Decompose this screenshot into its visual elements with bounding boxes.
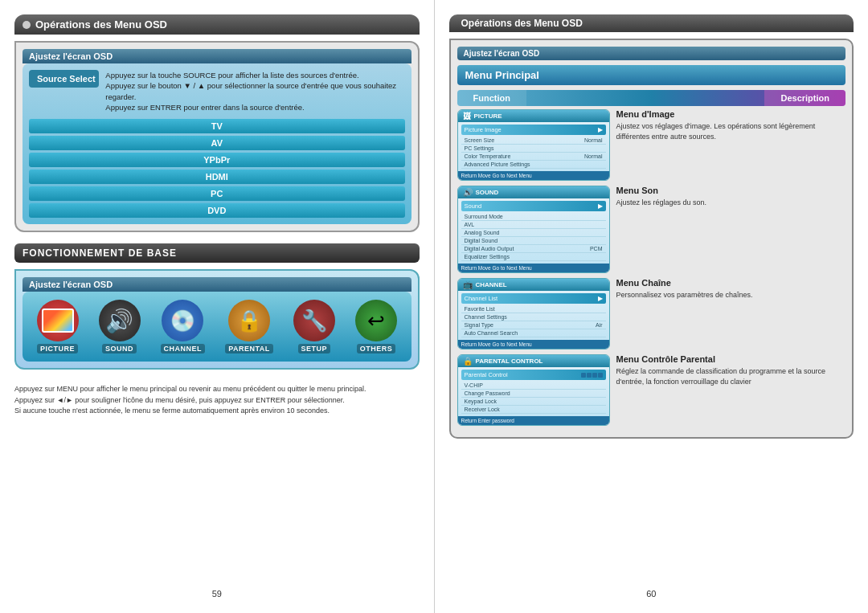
channel-row-2: Signal TypeAir <box>461 321 606 329</box>
channel-screenshot: 📺 CHANNEL Channel List ▶ Favorite List C… <box>457 278 610 349</box>
picture-row-2: Color TemperatureNormal <box>461 153 606 161</box>
picture-highlight-row: Picture Image ▶ <box>461 125 606 135</box>
sound-icon: 🔊 <box>99 300 141 341</box>
sq1 <box>581 373 586 378</box>
left-section-header: Opérations des Menu OSD <box>14 14 420 35</box>
menu-section-channel: 📺 CHANNEL Channel List ▶ Favorite List C… <box>457 278 846 349</box>
picture-icon-inner <box>42 309 74 333</box>
parental-ss-footer: Return Enter password <box>458 416 609 425</box>
right-section-box: Ajustez l'écran OSD Menu Principal Funct… <box>449 39 854 439</box>
sound-ss-footer: Return Move Go to Next Menu <box>458 264 609 272</box>
sq2 <box>587 373 592 378</box>
parental-label: PARENTAL <box>225 344 273 353</box>
source-items-list: TV AV YPbPr HDMI PC DVD <box>29 119 405 218</box>
source-item-dvd[interactable]: DVD <box>29 203 405 218</box>
source-item-av[interactable]: AV <box>29 136 405 150</box>
others-icon: ↩ <box>355 300 397 341</box>
parental-icon: 🔒 <box>228 300 270 341</box>
menu-icon-others[interactable]: ↩ OTHERS <box>355 300 397 353</box>
sound-row-4: Digital Audio OutputPCM <box>461 245 606 253</box>
sq3 <box>592 373 597 378</box>
parental-row-3: Receiver Lock <box>461 406 606 414</box>
sound-ss-icon: 🔊 <box>463 188 473 197</box>
sound-row-1: AVL <box>461 221 606 229</box>
sound-screenshot: 🔊 SOUND Sound ▶ Surround Mode AVL Analog… <box>457 186 610 273</box>
sound-row-0: Surround Mode <box>461 213 606 221</box>
channel-row-0: Favorite List <box>461 305 606 313</box>
parental-row-0: V-CHIP <box>461 382 606 390</box>
sound-row-2: Analog Sound <box>461 229 606 237</box>
left-page: Opérations des Menu OSD Ajustez l'écran … <box>0 0 434 613</box>
source-item-hdmi[interactable]: HDMI <box>29 170 405 184</box>
sq4 <box>598 373 603 378</box>
menu-icon-parental[interactable]: 🔒 PARENTAL <box>225 300 273 353</box>
parental-ss-icon: 🔒 <box>463 357 473 366</box>
bottom-instructions: Appuyez sur MENU pour afficher le menu p… <box>14 384 420 417</box>
menu-section-sound: 🔊 SOUND Sound ▶ Surround Mode AVL Analog… <box>457 186 846 273</box>
parental-screenshot: 🔒 PARENTAL CONTROL Parental Control V-CH… <box>457 354 610 426</box>
left-section-box: Ajustez l'écran OSD Source Select Appuye… <box>14 41 420 232</box>
parental-ss-body: Parental Control V-CHIP Change Password … <box>458 367 609 416</box>
right-sub-header: Ajustez l'écran OSD <box>457 47 846 60</box>
menu-icon-channel[interactable]: 💿 CHANNEL <box>161 300 206 353</box>
picture-ss-footer: Return Move Go to Next Menu <box>458 171 609 180</box>
menu-section-parental: 🔒 PARENTAL CONTROL Parental Control V-CH… <box>457 354 846 426</box>
picture-ss-icon: 🖼 <box>463 112 471 121</box>
parental-description: Menu Contrôle Parental Réglez la command… <box>616 354 846 386</box>
parental-row-2: Keypad Lock <box>461 398 606 406</box>
channel-ss-footer: Return Move Go to Next Menu <box>458 340 609 349</box>
adjust-sub-header: Ajustez l'écran OSD <box>23 277 411 292</box>
source-select-top: Source Select Appuyez sur la touche SOUR… <box>29 70 405 112</box>
menu-icon-sound[interactable]: 🔊 SOUND <box>99 300 141 353</box>
function-desc-bar: Function Description <box>457 90 846 106</box>
picture-ss-header: 🖼 PICTURE <box>458 110 609 122</box>
left-section-title: Opérations des Menu OSD <box>35 18 167 31</box>
menu-icon-picture[interactable]: PICTURE <box>37 300 79 353</box>
menu-icon-setup[interactable]: 🔧 SETUP <box>293 300 335 353</box>
page-number-right: 60 <box>449 589 854 599</box>
left-sub-header: Ajustez l'écran OSD <box>23 49 411 63</box>
right-section-title: Opérations des Menu OSD <box>461 18 583 29</box>
parental-highlight-row: Parental Control <box>461 370 606 380</box>
adjust-section-box: Ajustez l'écran OSD PICTURE 🔊 SOUND 💿 CH… <box>14 269 420 370</box>
channel-icon: 💿 <box>162 300 203 341</box>
source-item-tv[interactable]: TV <box>29 119 405 133</box>
right-page: Opérations des Menu OSD Ajustez l'écran … <box>435 0 869 613</box>
menu-principal-header: Menu Principal <box>457 65 846 85</box>
sound-ss-body: Sound ▶ Surround Mode AVL Analog Sound D… <box>458 198 609 264</box>
picture-ss-body: Picture Image ▶ Screen SizeNormal PC Set… <box>458 122 609 171</box>
channel-description: Menu Chaîne Personnalisez vos paramètres… <box>616 278 846 300</box>
source-select-desc: Appuyez sur la touche SOURCE pour affich… <box>105 70 404 112</box>
channel-ss-body: Channel List ▶ Favorite List Channel Set… <box>458 291 609 340</box>
function-label: Function <box>457 90 526 106</box>
right-section-header: Opérations des Menu OSD <box>449 14 854 32</box>
channel-ss-header: 📺 CHANNEL <box>458 279 609 291</box>
picture-screenshot: 🖼 PICTURE Picture Image ▶ Screen SizeNor… <box>457 109 610 181</box>
channel-label: CHANNEL <box>161 344 206 353</box>
source-item-pc[interactable]: PC <box>29 186 405 201</box>
sound-ss-header: 🔊 SOUND <box>458 186 609 198</box>
sound-highlight-row: Sound ▶ <box>461 201 606 211</box>
header-dot <box>23 21 31 29</box>
base-section-header: FONCTIONNEMENT DE BASE <box>14 243 420 263</box>
source-select-container: Source Select Appuyez sur la touche SOUR… <box>23 63 411 224</box>
picture-icon <box>37 300 79 341</box>
sound-label: SOUND <box>102 344 137 353</box>
menu-section-picture: 🖼 PICTURE Picture Image ▶ Screen SizeNor… <box>457 109 846 181</box>
channel-highlight-row: Channel List ▶ <box>461 293 606 304</box>
sound-row-5: Equalizer Settings <box>461 253 606 261</box>
setup-label: SETUP <box>298 344 331 353</box>
sound-row-3: Digital Sound <box>461 237 606 245</box>
description-label: Description <box>764 90 845 106</box>
picture-description: Menu d'Image Ajustez vos réglages d'imag… <box>616 109 846 141</box>
channel-row-3: Auto Channel Search <box>461 329 606 337</box>
setup-icon: 🔧 <box>293 300 335 341</box>
parental-squares <box>581 373 603 378</box>
sound-description: Menu Son Ajustez les réglages du son. <box>616 186 846 208</box>
source-item-ypbpr[interactable]: YPbPr <box>29 153 405 167</box>
channel-ss-icon: 📺 <box>463 280 473 289</box>
page-number-left: 59 <box>14 589 420 599</box>
parental-row-1: Change Password <box>461 390 606 398</box>
source-select-button[interactable]: Source Select <box>29 70 99 88</box>
picture-row-3: Advanced Picture Settings <box>461 161 606 169</box>
